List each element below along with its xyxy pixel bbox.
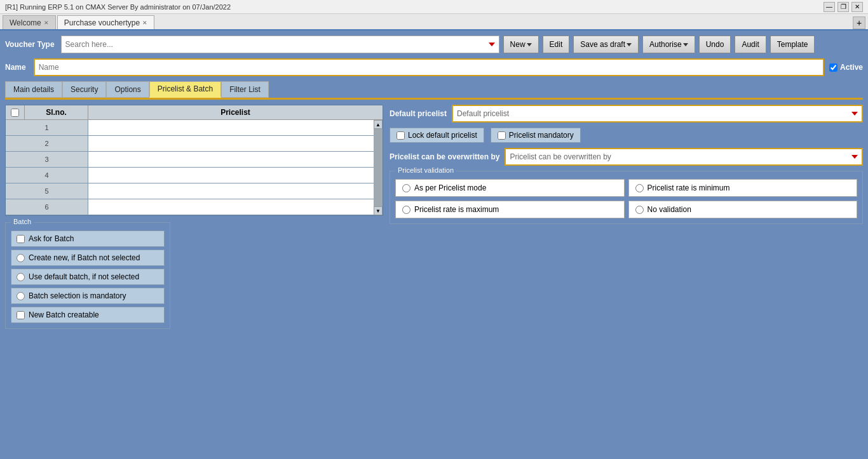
selection-mandatory-radio[interactable] (17, 292, 25, 300)
radio-rate-maximum[interactable]: Pricelist rate is maximum (395, 201, 625, 218)
tab-filter-list[interactable]: Filter List (221, 81, 269, 98)
ask-batch-checkbox[interactable] (17, 235, 25, 243)
row-data-3[interactable] (88, 152, 383, 167)
row-data-2[interactable] (88, 136, 383, 151)
col-checkbox (6, 105, 25, 119)
pricelist-mandatory-checkbox[interactable] (498, 131, 506, 140)
select-all-checkbox[interactable] (11, 109, 19, 117)
minimize-button[interactable]: — (824, 2, 835, 12)
save-as-draft-button[interactable]: Save as draft (573, 36, 639, 53)
batch-option-ask[interactable]: Ask for Batch (11, 230, 165, 247)
row-data-6[interactable] (88, 199, 383, 215)
batch-option-new-creatable[interactable]: New Batch creatable (11, 307, 165, 323)
undo-button[interactable]: Undo (699, 36, 731, 53)
radio-rate-minimum[interactable]: Pricelist rate is minimum (628, 179, 858, 197)
new-creatable-label: New Batch creatable (29, 310, 99, 319)
content-area: Sl.no. Pricelist 1 2 3 (5, 100, 863, 329)
name-input[interactable] (34, 58, 824, 76)
table-row: 3 (6, 152, 383, 168)
row-num-6: 6 (6, 199, 88, 215)
authorise-arrow-icon (683, 43, 688, 46)
batch-legend: Batch (11, 218, 34, 225)
overwrite-value: Pricelist can be overwritten by (510, 152, 611, 161)
main-area: Voucher Type New Edit Save as draft Auth… (0, 30, 868, 334)
tab-purchase-close[interactable]: ✕ (142, 20, 147, 26)
tab-main-details[interactable]: Main details (5, 81, 62, 98)
row-num-3: 3 (6, 152, 88, 167)
edit-button[interactable]: Edit (543, 36, 570, 53)
lock-pricelist-option[interactable]: Lock default pricelist (390, 128, 484, 143)
default-pricelist-arrow[interactable] (851, 112, 858, 116)
save-arrow-icon (627, 43, 632, 46)
row-data-1[interactable] (88, 120, 383, 135)
overwrite-arrow[interactable] (851, 155, 858, 159)
tab-welcome[interactable]: Welcome ✕ (3, 15, 56, 29)
create-new-radio[interactable] (17, 254, 25, 262)
batch-option-selection-mandatory[interactable]: Batch selection is mandatory (11, 288, 165, 304)
ask-batch-label: Ask for Batch (29, 234, 74, 243)
right-panel: Default pricelist Default pricelist Lock… (390, 105, 863, 329)
overwrite-label: Pricelist can be overwritten by (390, 152, 499, 161)
tab-welcome-close[interactable]: ✕ (44, 20, 49, 26)
radio-no-validation[interactable]: No validation (628, 201, 858, 218)
table-row: 1 (6, 120, 383, 136)
tab-purchase-label: Purchase vouchertype (64, 18, 140, 27)
radio-rate-maximum-input[interactable] (402, 206, 410, 214)
tab-add-button[interactable]: + (853, 17, 865, 29)
default-pricelist-dropdown[interactable]: Default pricelist (452, 105, 863, 123)
scroll-up-btn[interactable]: ▲ (374, 120, 383, 129)
overwrite-dropdown[interactable]: Pricelist can be overwritten by (505, 148, 863, 166)
radio-rate-maximum-label: Pricelist rate is maximum (414, 205, 499, 214)
authorise-button[interactable]: Authorise (642, 36, 695, 53)
radio-as-per-mode-input[interactable] (402, 184, 410, 192)
toolbar: Voucher Type New Edit Save as draft Auth… (5, 36, 863, 53)
audit-button[interactable]: Audit (735, 36, 766, 53)
table-row: 5 (6, 183, 383, 199)
batch-option-create-new[interactable]: Create new, if Batch not selected (11, 249, 165, 266)
lock-pricelist-checkbox[interactable] (397, 131, 405, 140)
voucher-type-label: Voucher Type (5, 40, 55, 49)
create-new-label: Create new, if Batch not selected (29, 253, 140, 262)
col-slno-header: Sl.no. (25, 105, 88, 119)
new-button[interactable]: New (503, 36, 539, 53)
active-checkbox[interactable]: Active (829, 63, 863, 72)
template-button[interactable]: Template (770, 36, 815, 53)
scroll-down-btn[interactable]: ▼ (374, 206, 383, 215)
overwrite-row: Pricelist can be overwritten by Pricelis… (390, 148, 863, 166)
batch-option-use-default[interactable]: Use default batch, if not selected (11, 269, 165, 285)
tab-bar: Welcome ✕ Purchase vouchertype ✕ + (0, 14, 868, 30)
use-default-radio[interactable] (17, 273, 25, 281)
tab-pricelist-batch[interactable]: Pricelist & Batch (149, 81, 221, 98)
selection-mandatory-label: Batch selection is mandatory (29, 291, 126, 300)
close-button[interactable]: ✕ (851, 2, 863, 12)
radio-no-validation-label: No validation (648, 205, 691, 214)
tab-purchase-vouchertype[interactable]: Purchase vouchertype ✕ (57, 15, 154, 29)
row-num-2: 2 (6, 136, 88, 151)
tab-options[interactable]: Options (106, 81, 149, 98)
title-bar: [R1] Running ERP 5.1 on CMAX Server By a… (0, 0, 868, 14)
table-scrollbar[interactable]: ▲ ▼ (374, 120, 383, 215)
row-num-5: 5 (6, 183, 88, 199)
use-default-label: Use default batch, if not selected (29, 272, 139, 281)
search-dropdown-arrow[interactable] (489, 43, 495, 46)
validation-legend: Pricelist validation (395, 166, 456, 174)
radio-rate-minimum-input[interactable] (635, 184, 644, 192)
nav-tabs: Main details Security Options Pricelist … (5, 81, 863, 100)
maximize-button[interactable]: ❐ (837, 2, 849, 12)
tab-welcome-label: Welcome (10, 18, 41, 27)
row-data-4[interactable] (88, 168, 383, 183)
radio-as-per-mode[interactable]: As per Pricelist mode (395, 179, 625, 197)
active-check[interactable] (829, 63, 837, 72)
radio-no-validation-input[interactable] (635, 206, 644, 214)
row-num-1: 1 (6, 120, 88, 135)
pricelist-mandatory-option[interactable]: Pricelist mandatory (491, 128, 581, 143)
search-box (61, 36, 499, 53)
table-row: 6 (6, 199, 383, 215)
tab-security[interactable]: Security (62, 81, 106, 98)
row-data-5[interactable] (88, 183, 383, 199)
row-num-4: 4 (6, 168, 88, 183)
table-header: Sl.no. Pricelist (6, 105, 383, 120)
new-arrow-icon (527, 43, 532, 46)
new-creatable-checkbox[interactable] (17, 311, 25, 319)
search-input[interactable] (65, 40, 489, 49)
